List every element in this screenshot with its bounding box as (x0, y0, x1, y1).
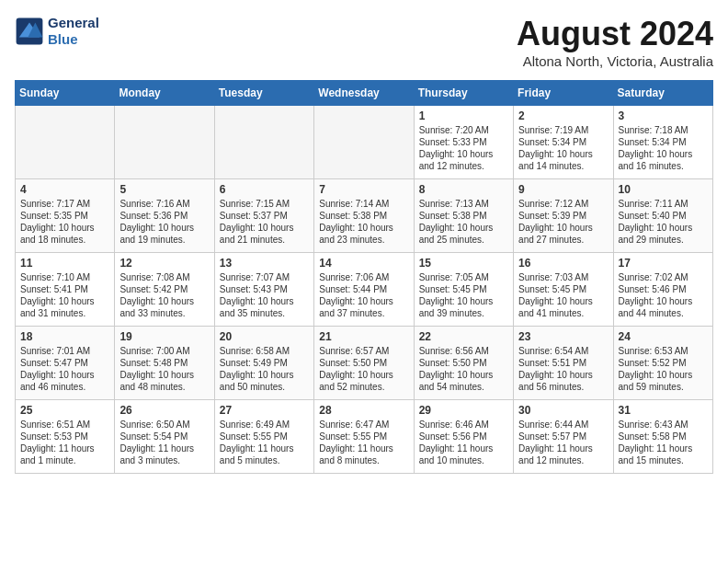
day-number: 31 (619, 404, 708, 417)
day-info: Sunrise: 7:18 AM (619, 124, 708, 136)
day-info: and 33 minutes. (119, 307, 209, 319)
day-number: 28 (319, 404, 408, 417)
day-info: and 25 minutes. (419, 234, 508, 246)
calendar-cell: 24Sunrise: 6:53 AMSunset: 5:52 PMDayligh… (613, 327, 712, 400)
calendar-cell: 2Sunrise: 7:19 AMSunset: 5:34 PMDaylight… (514, 106, 613, 179)
day-info: and 46 minutes. (20, 381, 109, 393)
day-number: 1 (419, 109, 508, 122)
day-info: Sunset: 5:54 PM (119, 431, 209, 442)
week-row-5: 25Sunrise: 6:51 AMSunset: 5:53 PMDayligh… (16, 400, 713, 474)
calendar-cell (115, 106, 214, 179)
day-info: Daylight: 10 hours (619, 369, 708, 381)
day-info: Daylight: 10 hours (20, 295, 109, 307)
day-info: Sunrise: 6:51 AM (20, 419, 109, 431)
day-info: Sunset: 5:55 PM (319, 431, 408, 442)
calendar-cell: 25Sunrise: 6:51 AMSunset: 5:53 PMDayligh… (16, 400, 115, 474)
title-block: August 2024 Altona North, Victoria, Aust… (517, 15, 713, 69)
day-info: Sunset: 5:42 PM (119, 283, 209, 295)
day-number: 14 (319, 257, 408, 270)
calendar-cell: 3Sunrise: 7:18 AMSunset: 5:34 PMDaylight… (613, 106, 712, 179)
day-info: Sunrise: 7:15 AM (220, 198, 309, 210)
day-number: 21 (319, 330, 408, 343)
day-info: Daylight: 10 hours (319, 295, 408, 307)
day-info: Daylight: 11 hours (619, 442, 708, 454)
location-subtitle: Altona North, Victoria, Australia (517, 53, 713, 69)
day-info: Daylight: 10 hours (518, 222, 608, 234)
calendar-cell (214, 106, 313, 179)
calendar-cell: 6Sunrise: 7:15 AMSunset: 5:37 PMDaylight… (214, 179, 313, 253)
day-number: 23 (518, 330, 608, 343)
calendar-cell: 28Sunrise: 6:47 AMSunset: 5:55 PMDayligh… (314, 400, 414, 474)
day-number: 5 (119, 183, 209, 196)
day-info: Sunrise: 6:54 AM (518, 345, 608, 357)
day-info: Daylight: 10 hours (319, 222, 408, 234)
day-info: Daylight: 10 hours (419, 295, 508, 307)
day-info: Daylight: 10 hours (319, 369, 408, 381)
day-number: 25 (20, 404, 109, 417)
calendar-cell: 11Sunrise: 7:10 AMSunset: 5:41 PMDayligh… (16, 253, 115, 327)
day-info: Daylight: 10 hours (619, 148, 708, 160)
day-info: Sunset: 5:38 PM (419, 210, 508, 222)
week-row-4: 18Sunrise: 7:01 AMSunset: 5:47 PMDayligh… (16, 327, 713, 400)
calendar-cell: 19Sunrise: 7:00 AMSunset: 5:48 PMDayligh… (115, 327, 214, 400)
day-info: Sunrise: 6:50 AM (119, 419, 209, 431)
day-info: Sunrise: 6:44 AM (518, 419, 608, 431)
month-title: August 2024 (517, 15, 713, 53)
day-info: Sunrise: 7:08 AM (119, 271, 209, 283)
day-info: Sunset: 5:57 PM (518, 431, 608, 442)
logo-text-general: General (48, 15, 99, 31)
day-header-monday: Monday (115, 81, 214, 106)
day-number: 8 (419, 183, 508, 196)
day-number: 9 (518, 183, 608, 196)
day-info: Sunrise: 7:17 AM (20, 198, 109, 210)
day-info: and 1 minute. (20, 454, 109, 466)
day-info: Sunset: 5:33 PM (419, 136, 508, 148)
calendar-cell: 1Sunrise: 7:20 AMSunset: 5:33 PMDaylight… (414, 106, 513, 179)
day-number: 22 (419, 330, 508, 343)
day-info: Sunset: 5:50 PM (319, 357, 408, 369)
day-number: 27 (220, 404, 309, 417)
day-header-sunday: Sunday (16, 81, 115, 106)
day-info: and 3 minutes. (119, 454, 209, 466)
day-info: Daylight: 10 hours (619, 295, 708, 307)
day-info: Sunrise: 7:20 AM (419, 124, 508, 136)
day-info: and 14 minutes. (518, 160, 608, 172)
day-info: and 41 minutes. (518, 307, 608, 319)
week-row-2: 4Sunrise: 7:17 AMSunset: 5:35 PMDaylight… (16, 179, 713, 253)
day-number: 4 (20, 183, 109, 196)
calendar-cell: 26Sunrise: 6:50 AMSunset: 5:54 PMDayligh… (115, 400, 214, 474)
day-info: Sunrise: 7:06 AM (319, 271, 408, 283)
day-info: and 44 minutes. (619, 307, 708, 319)
day-info: and 8 minutes. (319, 454, 408, 466)
calendar-cell: 21Sunrise: 6:57 AMSunset: 5:50 PMDayligh… (314, 327, 414, 400)
day-number: 17 (619, 257, 708, 270)
day-info: Sunrise: 6:49 AM (220, 419, 309, 431)
day-info: Daylight: 11 hours (119, 442, 209, 454)
calendar-cell (314, 106, 414, 179)
day-info: Daylight: 10 hours (119, 369, 209, 381)
day-number: 6 (220, 183, 309, 196)
day-info: Sunset: 5:41 PM (20, 283, 109, 295)
calendar-cell: 20Sunrise: 6:58 AMSunset: 5:49 PMDayligh… (214, 327, 313, 400)
calendar-cell: 17Sunrise: 7:02 AMSunset: 5:46 PMDayligh… (613, 253, 712, 327)
day-info: and 59 minutes. (619, 381, 708, 393)
day-info: and 50 minutes. (220, 381, 309, 393)
day-info: Sunrise: 7:16 AM (119, 198, 209, 210)
day-info: Sunset: 5:34 PM (518, 136, 608, 148)
day-info: Sunset: 5:47 PM (20, 357, 109, 369)
day-info: Sunset: 5:37 PM (220, 210, 309, 222)
day-number: 19 (119, 330, 209, 343)
day-info: and 48 minutes. (119, 381, 209, 393)
day-number: 30 (518, 404, 608, 417)
calendar-cell: 22Sunrise: 6:56 AMSunset: 5:50 PMDayligh… (414, 327, 513, 400)
day-info: and 37 minutes. (319, 307, 408, 319)
day-info: and 19 minutes. (119, 234, 209, 246)
day-info: Sunset: 5:35 PM (20, 210, 109, 222)
calendar-cell: 29Sunrise: 6:46 AMSunset: 5:56 PMDayligh… (414, 400, 513, 474)
day-header-tuesday: Tuesday (214, 81, 313, 106)
day-info: Daylight: 11 hours (419, 442, 508, 454)
day-header-thursday: Thursday (414, 81, 513, 106)
day-info: and 15 minutes. (619, 454, 708, 466)
day-number: 15 (419, 257, 508, 270)
week-row-1: 1Sunrise: 7:20 AMSunset: 5:33 PMDaylight… (16, 106, 713, 179)
